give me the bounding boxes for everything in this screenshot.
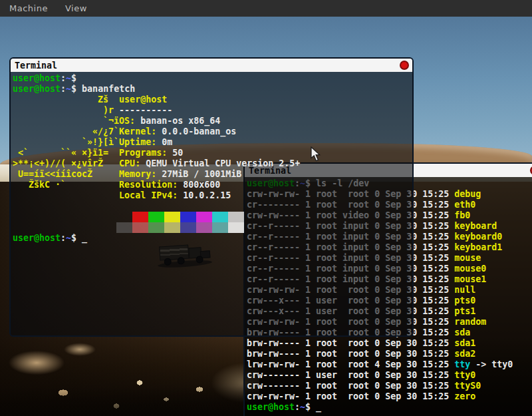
terminal-line: U==íï<<ííîcocŽ Memory: 27MiB / 1001MiB [11, 169, 412, 180]
mouse-cursor [311, 146, 321, 162]
terminal-line: crw------- 1 user root 0 Sep 30 15:25 tt… [245, 370, 532, 381]
terminal-line [11, 212, 412, 222]
terminal-line [11, 201, 412, 212]
menu-bar: Machine View [0, 0, 532, 17]
terminal-window-front[interactable]: Terminal user@host:~$ user@host:~$ banan… [9, 57, 414, 337]
terminal-line: <` ``« ×}ï1= Programs: 50 [11, 148, 412, 158]
terminal-line: `»!}[ì`Uptime: 0m [11, 137, 412, 148]
terminal-line: user@host:~$ _ [245, 402, 532, 413]
terminal-line: user@host:~$ _ [11, 233, 412, 244]
terminal-line: brw-rw---- 1 root root 0 Sep 30 15:25 sd… [245, 349, 532, 359]
terminal-front-titlebar[interactable]: Terminal [11, 59, 412, 72]
terminal-line: user@host:~$ bananfetch [11, 84, 412, 95]
terminal-line: «/¿7`Kernel: 0.0.0-banan_os [11, 126, 412, 137]
terminal-line: user@host:~$ [11, 73, 412, 84]
terminal-line: crw-rw-rw- 1 root root 0 Sep 30 15:25 ze… [245, 391, 532, 402]
terminal-line: ŽškC ·` Resolution: 800x600 [11, 180, 412, 190]
menu-item-view[interactable]: View [65, 3, 87, 13]
terminal-line: Local IPv4: 10.0.2.15 [11, 190, 412, 201]
terminal-line: brw-rw---- 1 root root 0 Sep 30 15:25 sd… [245, 338, 532, 349]
terminal-front-output[interactable]: user@host:~$ user@host:~$ bananfetch Zš … [11, 72, 412, 335]
terminal-line: >**¡<+)//( ×¿vîrŽ CPU: QEMU Virtual CPU … [11, 158, 412, 169]
terminal-front-title: Terminal [15, 61, 57, 71]
terminal-line: lrw-rw-rw- 1 root root 4 Sep 30 15:25 tt… [245, 359, 532, 370]
terminal-line [11, 222, 412, 233]
close-button[interactable] [400, 61, 409, 70]
menu-item-machine[interactable]: Machine [9, 3, 48, 13]
terminal-line: `¬ïOS: banan-os x86_64 [11, 116, 412, 126]
terminal-line: )r ---------- [11, 105, 412, 116]
terminal-line: crw------- 1 root root 0 Sep 30 15:25 tt… [245, 381, 532, 391]
terminal-line: Zš user@host [11, 95, 412, 105]
